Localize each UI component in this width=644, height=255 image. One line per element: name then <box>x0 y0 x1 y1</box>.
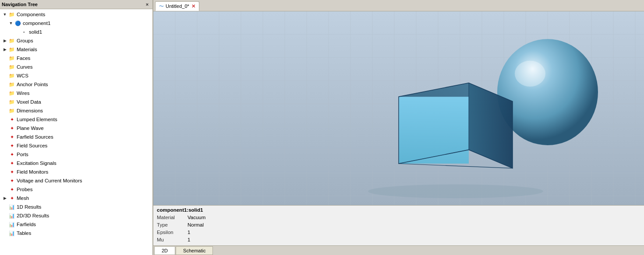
tree-item-wires[interactable]: 📁 Wires <box>0 89 152 98</box>
tree-label-groups: Groups <box>17 37 33 45</box>
redstar-icon-voltage-current-monitors: ✦ <box>8 177 15 184</box>
expand-icon-solid1 <box>14 29 20 35</box>
tree-item-voltage-current-monitors[interactable]: ✦ Voltage and Current Monitors <box>0 176 152 185</box>
folder-icon-dimensions: 📁 <box>8 107 15 114</box>
tree-item-groups[interactable]: ▶ 📁 Groups <box>0 36 152 45</box>
info-row-material: Material Vacuum <box>157 214 640 221</box>
tree-item-1d-results[interactable]: 📊 1D Results <box>0 203 152 211</box>
tree-item-faces[interactable]: 📁 Faces <box>0 54 152 63</box>
tree-item-voxel-data[interactable]: 📁 Voxel Data <box>0 98 152 106</box>
folder-icon-wires: 📁 <box>8 90 15 97</box>
redstar-icon-ports: ✦ <box>8 151 15 158</box>
tree-label-anchor-points: Anchor Points <box>17 80 48 88</box>
tab-close-button[interactable]: ✕ <box>191 3 195 9</box>
info-value-type: Normal <box>188 221 204 229</box>
tree-label-probes: Probes <box>17 185 32 193</box>
tree-item-curves[interactable]: 📁 Curves <box>0 63 152 71</box>
tree-label-components: Components <box>17 10 45 18</box>
info-label-mu: Mu <box>157 236 188 244</box>
nav-tree-close-button[interactable]: × <box>144 1 151 8</box>
tree-label-wcs: WCS <box>17 72 28 80</box>
tree-item-mesh[interactable]: ▶ ✦ Mesh <box>0 194 152 203</box>
expand-spacer-field-sources <box>2 143 8 149</box>
expand-icon-materials[interactable]: ▶ <box>2 46 8 52</box>
svg-point-32 <box>515 61 545 87</box>
folder-icon-curves: 📁 <box>8 63 15 70</box>
tree-label-plane-wave: Plane Wave <box>17 124 44 132</box>
expand-icon-groups[interactable]: ▶ <box>2 38 8 44</box>
tree-item-tables[interactable]: 📊 Tables <box>0 229 152 238</box>
nav-tree-content: ▼ 📁 Components ▼ 🔵 component1 ▪ solid1 <box>0 9 152 255</box>
redstar-icon-lumped-elements: ✦ <box>8 116 15 123</box>
expand-spacer-vc-monitors <box>2 178 8 184</box>
tree-item-wcs[interactable]: 📁 WCS <box>0 71 152 80</box>
tab-untitled0[interactable]: 〜 Untitled_0* ✕ <box>155 1 199 11</box>
expand-spacer-plane-wave <box>2 125 8 131</box>
tree-label-farfield-sources: Farfield Sources <box>17 133 53 141</box>
tree-item-2d-3d-results[interactable]: 📊 2D/3D Results <box>0 211 152 220</box>
tree-item-solid1[interactable]: ▪ solid1 <box>0 28 152 36</box>
tree-item-ports[interactable]: ✦ Ports <box>0 150 152 159</box>
info-label-type: Type <box>157 221 188 229</box>
tree-item-field-sources[interactable]: ✦ Field Sources <box>0 141 152 150</box>
tree-item-dimensions[interactable]: 📁 Dimensions <box>0 106 152 115</box>
expand-spacer-field-monitors <box>2 169 8 175</box>
tree-label-ports: Ports <box>17 150 28 158</box>
bottom-tab-2d-label: 2D <box>162 248 168 253</box>
info-panel: component1:solid1 Material Vacuum Type N… <box>153 205 644 245</box>
tree-item-probes[interactable]: ✦ Probes <box>0 185 152 194</box>
expand-spacer-anchor <box>2 81 8 87</box>
expand-spacer-wires <box>2 90 8 96</box>
tree-item-farfields[interactable]: 📊 Farfields <box>0 220 152 229</box>
tree-item-field-monitors[interactable]: ✦ Field Monitors <box>0 168 152 176</box>
tree-label-2d-3d-results: 2D/3D Results <box>17 212 49 220</box>
tree-label-faces: Faces <box>17 54 30 62</box>
tree-label-solid1: solid1 <box>29 28 42 36</box>
tree-item-excitation-signals[interactable]: ✦ Excitation Signals <box>0 159 152 168</box>
info-label-material: Material <box>157 214 188 221</box>
expand-spacer-faces <box>2 55 8 61</box>
folder-icon-1d-results: 📊 <box>8 203 15 210</box>
folder-icon-materials: 📁 <box>8 46 15 53</box>
tab-bar: 〜 Untitled_0* ✕ <box>153 0 644 11</box>
tree-item-lumped-elements[interactable]: ✦ Lumped Elements <box>0 115 152 124</box>
tree-label-1d-results: 1D Results <box>17 203 41 211</box>
expand-spacer-lumped <box>2 116 8 122</box>
folder-icon-voxel-data: 📁 <box>8 98 15 105</box>
tree-item-components[interactable]: ▼ 📁 Components <box>0 10 152 19</box>
component-icon-component1: 🔵 <box>14 20 21 27</box>
bottom-tab-schematic[interactable]: Schematic <box>176 246 213 255</box>
navigation-tree-panel: Navigation Tree × ▼ 📁 Components ▼ 🔵 com… <box>0 0 153 255</box>
3d-viewport[interactable] <box>153 11 644 205</box>
info-value-epsilon: 1 <box>188 229 190 236</box>
tree-item-farfield-sources[interactable]: ✦ Farfield Sources <box>0 133 152 141</box>
info-value-mu: 1 <box>188 236 190 244</box>
folder-icon-tables: 📊 <box>8 230 15 237</box>
folder-icon-anchor-points: 📁 <box>8 81 15 88</box>
nav-tree-header: Navigation Tree × <box>0 0 152 9</box>
expand-spacer-1d-results <box>2 204 8 210</box>
folder-icon-farfields: 📊 <box>8 221 15 228</box>
expand-spacer-curves <box>2 64 8 70</box>
redstar-icon-mesh: ✦ <box>8 195 15 202</box>
expand-icon-component1[interactable]: ▼ <box>8 20 14 26</box>
tree-item-component1[interactable]: ▼ 🔵 component1 <box>0 19 152 28</box>
expand-icon-components[interactable]: ▼ <box>2 11 8 17</box>
expand-spacer-excitation <box>2 160 8 166</box>
redstar-icon-field-monitors: ✦ <box>8 168 15 175</box>
info-row-type: Type Normal <box>157 221 640 229</box>
info-value-material: Vacuum <box>188 214 205 221</box>
bottom-tab-2d[interactable]: 2D <box>154 246 175 255</box>
bottom-tab-bar: 2D Schematic <box>153 245 644 255</box>
info-row-mu: Mu 1 <box>157 236 640 244</box>
tree-item-materials[interactable]: ▶ 📁 Materials <box>0 45 152 54</box>
tree-item-anchor-points[interactable]: 📁 Anchor Points <box>0 80 152 89</box>
redstar-icon-excitation-signals: ✦ <box>8 160 15 167</box>
folder-icon-faces: 📁 <box>8 55 15 62</box>
tree-item-plane-wave[interactable]: ✦ Plane Wave <box>0 124 152 133</box>
svg-point-39 <box>368 185 543 199</box>
tree-label-materials: Materials <box>17 45 37 53</box>
viewport-svg <box>153 11 644 205</box>
redstar-icon-plane-wave: ✦ <box>8 125 15 132</box>
expand-icon-mesh[interactable]: ▶ <box>2 195 8 201</box>
